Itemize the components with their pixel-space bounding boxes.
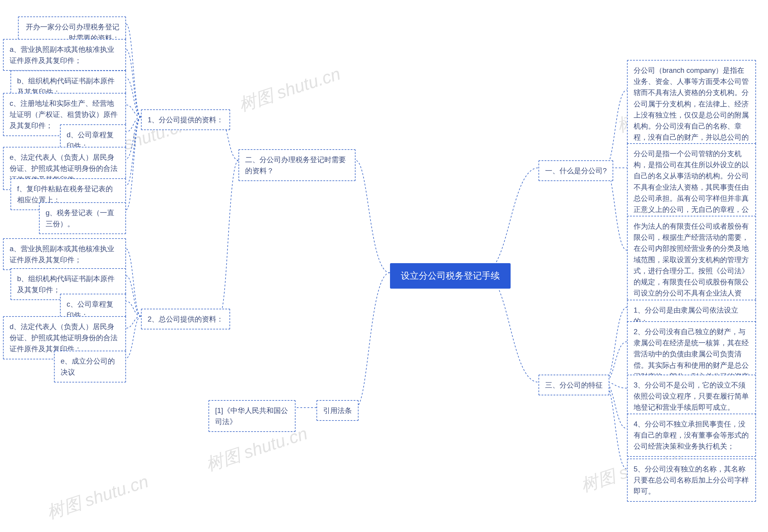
branch-what-is[interactable]: 一、什么是分公司? xyxy=(538,160,613,181)
feature-5: 5、分公司没有独立的名称，其名称只要在总公司名称后加上分公司字样即可。 xyxy=(627,459,756,502)
sub-branch-materials[interactable]: 1、分公司提供的资料： xyxy=(141,109,230,130)
branch-materials[interactable]: 二、分公司办理税务登记时需要的资料？ xyxy=(239,149,356,181)
s1-a: a、营业执照副本或其他核准执业证件原件及其复印件； xyxy=(3,39,126,71)
watermark: 树图 shutu.cn xyxy=(44,470,151,525)
s1-g: g、税务登记表（一直三份）。 xyxy=(39,202,126,234)
feature-3: 3、分公司不是公司，它的设立不须依照公司设立程序，只要在履行简单地登记和营业手续… xyxy=(627,375,756,418)
watermark: 树图 shutu.cn xyxy=(236,62,344,117)
feature-4: 4、分公司不独立承担民事责任，没有自己的章程，没有董事会等形式的公司经营决策和业… xyxy=(627,414,756,457)
citation-item: [1]《中华人民共和国公司法》 xyxy=(209,400,296,432)
branch-features[interactable]: 三、分公司的特征 xyxy=(538,375,609,395)
s2-e: e、成立分公司的决议 xyxy=(54,351,126,382)
root-node[interactable]: 设立分公司税务登记手续 xyxy=(390,263,510,289)
sub-head-materials[interactable]: 2、总公司提供的资料： xyxy=(141,309,230,329)
s2-a: a、营业执照副本或其他核准执业证件原件及其复印件； xyxy=(3,238,126,270)
branch-citation[interactable]: 引用法条 xyxy=(317,400,359,421)
